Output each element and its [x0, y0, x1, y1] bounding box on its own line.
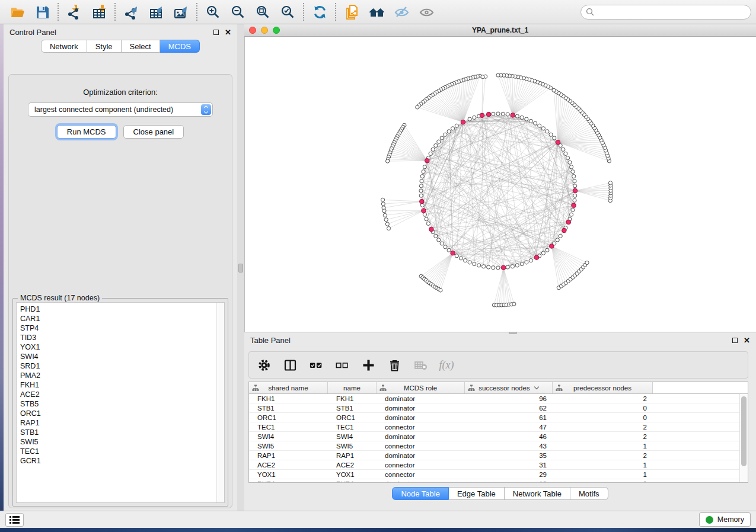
cell-predecessor-nodes: 1	[553, 462, 653, 469]
table-body: FKH1FKH1dominator962STB1STB1dominator620…	[249, 394, 739, 482]
tab-node-table[interactable]: Node Table	[392, 487, 449, 500]
tab-network-table[interactable]: Network Table	[505, 487, 570, 500]
cell-name: SWI5	[328, 443, 377, 450]
import-network-icon[interactable]	[62, 2, 87, 22]
float-panel-icon[interactable]	[213, 30, 219, 35]
table-tabs: Node TableEdge TableNetwork TableMotifs	[244, 487, 756, 500]
tab-network[interactable]: Network	[41, 40, 87, 53]
table-row[interactable]: STB1STB1dominator620	[249, 403, 739, 413]
result-list-item[interactable]: SRD1	[20, 361, 224, 371]
result-list-item[interactable]: ORC1	[20, 409, 224, 418]
houses-icon[interactable]	[364, 2, 389, 22]
function-icon: f(x)	[438, 356, 455, 374]
result-list-item[interactable]: SWI4	[20, 352, 224, 361]
cell-shared-name: ACE2	[249, 462, 328, 469]
tab-edge-table[interactable]: Edge Table	[449, 487, 505, 500]
tab-select[interactable]: Select	[122, 40, 160, 53]
deselect-all-icon[interactable]	[333, 356, 351, 374]
table-row[interactable]: PHD1PHD1dominator180	[249, 479, 739, 482]
column-header-predecessor-nodes[interactable]: predecessor nodes	[553, 382, 653, 393]
result-list-item[interactable]: SWI5	[20, 437, 224, 447]
table-scrollbar[interactable]	[739, 394, 748, 482]
columns-icon[interactable]	[281, 356, 299, 374]
scrollbar-thumb[interactable]	[741, 396, 747, 466]
table-row[interactable]: TEC1TEC1connector472	[249, 422, 739, 432]
table-row[interactable]: FKH1FKH1dominator962	[249, 394, 739, 403]
cell-successor-nodes: 47	[465, 424, 553, 431]
splitter-grip[interactable]	[238, 264, 243, 273]
export-image-icon[interactable]	[168, 2, 193, 22]
control-panel-header: Control Panel ✕	[4, 24, 237, 40]
table-row[interactable]: RAP1RAP1dominator352	[249, 451, 739, 460]
table-row[interactable]: YOX1YOX1connector291	[249, 470, 739, 479]
control-panel-title: Control Panel	[9, 28, 56, 37]
table-row[interactable]: SWI4SWI4dominator462	[249, 432, 739, 441]
open-icon[interactable]	[5, 2, 30, 22]
cell-successor-nodes: 29	[465, 471, 553, 478]
column-header-MCDS-role[interactable]: MCDS role	[377, 382, 465, 393]
result-list-item[interactable]: PMA2	[20, 371, 224, 380]
tab-style[interactable]: Style	[87, 40, 122, 53]
toolbar-separator	[114, 3, 116, 21]
vertical-splitter[interactable]	[237, 24, 244, 511]
table-panel-header: Table Panel ✕	[244, 332, 756, 348]
splitter-grip[interactable]	[509, 332, 517, 334]
zoom-out-icon[interactable]	[225, 2, 250, 22]
table-row[interactable]: SWI5SWI5connector431	[249, 441, 739, 451]
export-table-icon[interactable]	[143, 2, 168, 22]
desktop-wallpaper-strip	[0, 528, 756, 532]
result-list-item[interactable]: FKH1	[20, 380, 224, 390]
table-row[interactable]: ACE2ACE2connector311	[249, 460, 739, 470]
zoom-fit-icon[interactable]	[250, 2, 275, 22]
result-list-item[interactable]: GCR1	[20, 456, 224, 466]
result-list-item[interactable]: YOX1	[20, 342, 224, 352]
show-eye-icon[interactable]	[414, 2, 439, 22]
select-all-icon[interactable]	[307, 356, 325, 374]
result-list-item[interactable]: PHD1	[20, 305, 224, 314]
result-list-item[interactable]: CAR1	[20, 314, 224, 323]
cell-predecessor-nodes: 2	[553, 424, 653, 431]
result-list-item[interactable]: STB1	[20, 428, 224, 437]
column-header-name[interactable]: name	[328, 382, 377, 393]
memory-status-icon	[706, 516, 713, 524]
memory-button[interactable]: Memory	[699, 512, 751, 527]
tab-motifs[interactable]: Motifs	[570, 487, 608, 500]
table-row[interactable]: ORC1ORC1dominator610	[249, 413, 739, 422]
mcds-result-list[interactable]: PHD1CAR1STP4TID3YOX1SWI4SRD1PMA2FKH1ACE2…	[16, 302, 225, 503]
zoom-selected-icon[interactable]	[275, 2, 300, 22]
column-header-successor-nodes[interactable]: successor nodes	[465, 382, 553, 393]
optimization-criterion-dropdown[interactable]: largest connected component (undirected)	[28, 102, 213, 117]
float-panel-icon[interactable]	[732, 338, 738, 343]
column-header-shared-name[interactable]: shared name	[249, 382, 328, 393]
cell-MCDS-role: dominator	[377, 414, 465, 421]
import-table-icon[interactable]	[87, 2, 111, 22]
refresh-icon[interactable]	[307, 2, 332, 22]
hide-eye-icon[interactable]	[389, 2, 414, 22]
export-network-icon[interactable]	[119, 2, 143, 22]
gear-icon[interactable]	[255, 356, 273, 374]
result-list-scrollbar[interactable]	[216, 303, 224, 502]
close-panel-icon[interactable]: ✕	[744, 338, 750, 343]
close-panel-icon[interactable]: ✕	[225, 30, 231, 35]
save-icon[interactable]	[30, 2, 55, 22]
search-input[interactable]	[580, 5, 751, 20]
result-list-item[interactable]: TEC1	[20, 447, 224, 456]
table-header-row: shared namenameMCDS rolesuccessor nodesp…	[249, 382, 748, 394]
cell-shared-name: YOX1	[249, 471, 328, 478]
close-panel-button[interactable]: Close panel	[123, 125, 184, 139]
zoom-in-icon[interactable]	[200, 2, 225, 22]
delete-icon[interactable]	[385, 356, 403, 374]
add-icon[interactable]	[359, 356, 377, 374]
result-list-item[interactable]: STP4	[20, 323, 224, 333]
duplicate-network-icon[interactable]	[339, 2, 364, 22]
tab-mcds[interactable]: MCDS	[160, 40, 200, 53]
network-view-canvas[interactable]	[244, 37, 756, 332]
network-graph[interactable]	[245, 37, 756, 332]
result-list-item[interactable]: RAP1	[20, 418, 224, 428]
result-list-item[interactable]: ACE2	[20, 390, 224, 399]
show-panels-button[interactable]	[5, 513, 24, 527]
result-list-item[interactable]: TID3	[20, 333, 224, 342]
run-mcds-button[interactable]: Run MCDS	[57, 125, 116, 139]
result-list-item[interactable]: STB5	[20, 399, 224, 409]
main-toolbar	[0, 0, 756, 24]
